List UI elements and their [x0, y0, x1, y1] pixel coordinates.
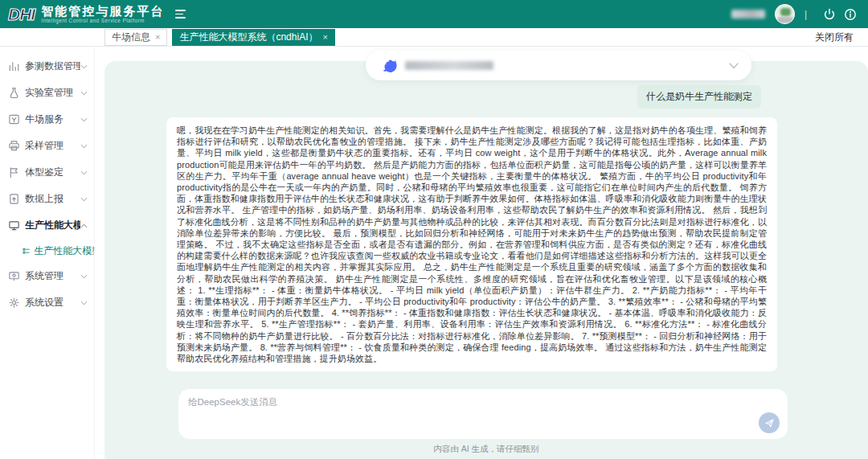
menu-collapse-icon[interactable]	[175, 10, 186, 18]
conversation: 什么是奶牛生产性能测定 嗯，我现在在学习奶牛生产性能测定的相关知识。首先，我需要…	[104, 61, 868, 371]
ai-disclaimer: 内容由 AI 生成，请仔细甄别	[104, 444, 868, 455]
monitor-icon	[8, 219, 20, 232]
sidebar-item-label: 实验室管理	[25, 86, 80, 100]
sidebar-subitem-performance-model[interactable]: 生产性能大模型系...	[0, 239, 94, 263]
sidebar-item-label: 体型鉴定	[25, 166, 80, 179]
tab-label: 牛场信息	[112, 31, 150, 44]
chevron-up-icon	[80, 223, 88, 228]
sidebar-item-label: 系统管理	[25, 269, 80, 283]
upload-icon	[8, 193, 20, 205]
send-icon	[764, 418, 775, 428]
tab-label: 生产性能大模型系统（cndhiAI）	[179, 31, 317, 44]
flag-icon	[8, 166, 20, 178]
user-message-bubble: 什么是奶牛生产性能测定	[637, 85, 761, 109]
tab-model-system[interactable]: 生产性能大模型系统（cndhiAI） ×	[172, 29, 334, 46]
printer-icon	[8, 140, 20, 152]
flask-icon	[8, 87, 20, 99]
sidebar-item-data-report[interactable]: 数据上报	[0, 186, 94, 212]
deepseek-logo-icon	[379, 56, 398, 76]
close-all-button[interactable]: 关闭所有	[815, 31, 854, 44]
chevron-down-icon	[80, 64, 88, 69]
avatar-image-base	[777, 17, 794, 23]
app-window: DHI 智能管控与服务平台 Intelligent Control and Se…	[0, 0, 868, 459]
sidebar-item-lab[interactable]: 实验室管理	[0, 80, 94, 106]
list-icon	[23, 246, 30, 256]
message-input-container[interactable]	[178, 389, 788, 439]
service-icon	[8, 113, 20, 125]
gear-icon	[8, 297, 20, 309]
app-subtitle: Intelligent Control and Service Platform	[41, 18, 164, 24]
chevron-down-icon	[80, 117, 88, 122]
user-avatar[interactable]	[775, 4, 795, 24]
layout: 参测数据管理 实验室管理 牛场服务 采样管理 体型鉴定	[0, 47, 868, 459]
close-tab-icon[interactable]: ×	[322, 32, 327, 42]
sidebar: 参测数据管理 实验室管理 牛场服务 采样管理 体型鉴定	[0, 47, 95, 459]
avatar-image	[780, 8, 791, 16]
username-redacted	[731, 10, 765, 18]
chevron-down-icon	[80, 197, 88, 202]
chevron-down-icon	[80, 91, 88, 96]
sidebar-item-label: 牛场服务	[25, 113, 80, 126]
tab-bar: 牛场信息 × 生产性能大模型系统（cndhiAI） × 关闭所有	[0, 28, 868, 47]
sidebar-item-test-data[interactable]: 参测数据管理	[0, 53, 94, 80]
message-input[interactable]	[188, 396, 778, 432]
tab-farm-info[interactable]: 牛场信息 ×	[104, 29, 167, 46]
chevron-down-icon	[80, 301, 88, 305]
app-header: DHI 智能管控与服务平台 Intelligent Control and Se…	[0, 0, 868, 28]
header-divider: |	[805, 9, 807, 20]
model-name-redacted	[405, 61, 493, 70]
sidebar-subitem-label: 生产性能大模型系...	[34, 244, 94, 258]
sidebar-item-farm-service[interactable]: 牛场服务	[0, 106, 94, 133]
sidebar-item-system-mgmt[interactable]: 系统管理	[0, 263, 94, 289]
monitor-gear-icon	[8, 270, 20, 282]
sidebar-item-label: 数据上报	[25, 192, 80, 206]
sidebar-item-label: 生产性能大模型系...	[25, 219, 80, 232]
send-button[interactable]	[759, 412, 780, 433]
chevron-down-icon	[80, 144, 88, 149]
sidebar-item-sampling[interactable]: 采样管理	[0, 133, 94, 159]
app-title: 智能管控与服务平台	[41, 5, 164, 17]
bar-chart-icon	[8, 60, 20, 72]
main-content: 什么是奶牛生产性能测定 嗯，我现在在学习奶牛生产性能测定的相关知识。首先，我需要…	[95, 47, 868, 459]
info-icon[interactable]	[844, 8, 857, 21]
power-icon[interactable]	[823, 8, 836, 21]
chevron-down-icon	[729, 63, 739, 69]
sidebar-item-label: 采样管理	[25, 139, 80, 153]
ai-message-bubble: 嗯，我现在在学习奶牛生产性能测定的相关知识。首先，我需要理解什么是奶牛生产性能测…	[166, 117, 777, 371]
sidebar-item-label: 参测数据管理	[25, 59, 80, 73]
chevron-down-icon	[80, 274, 88, 279]
sidebar-item-performance-model[interactable]: 生产性能大模型系...	[0, 212, 94, 239]
close-tab-icon[interactable]: ×	[155, 32, 160, 42]
sidebar-item-conformation[interactable]: 体型鉴定	[0, 159, 94, 186]
app-titles: 智能管控与服务平台 Intelligent Control and Servic…	[41, 5, 164, 24]
model-selector[interactable]	[366, 51, 751, 80]
sidebar-item-label: 系统设置	[25, 296, 80, 309]
sidebar-item-system-settings[interactable]: 系统设置	[0, 289, 94, 316]
brand-logo: DHI	[8, 5, 35, 24]
chevron-down-icon	[80, 170, 88, 175]
chat-panel: 什么是奶牛生产性能测定 嗯，我现在在学习奶牛生产性能测定的相关知识。首先，我需要…	[104, 61, 868, 459]
